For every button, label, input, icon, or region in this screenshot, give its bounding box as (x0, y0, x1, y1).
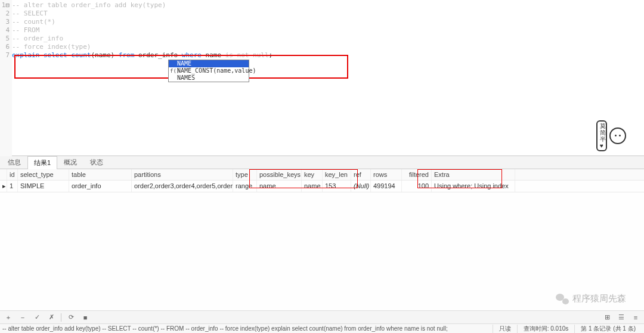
line-num: 6 (0, 43, 12, 51)
line-num: 1⊟ (0, 1, 12, 10)
code-line: -- SELECT (12, 10, 644, 18)
line-num: 3 (0, 18, 12, 26)
col-key[interactable]: key (302, 169, 323, 180)
results-header-row: id select_type table partitions type pos… (0, 169, 644, 180)
code-line: -- FROM (12, 26, 644, 35)
tab-info[interactable]: 信息 (1, 155, 27, 169)
delete-row-button[interactable]: − (18, 313, 27, 322)
status-record-count: 第 1 条记录 (共 1 条) (574, 325, 642, 333)
autocomplete-item[interactable]: NAMES (169, 74, 249, 82)
line-num: 4 (0, 26, 12, 35)
tab-profile[interactable]: 概况 (57, 155, 83, 169)
refresh-button[interactable]: ⟳ (66, 313, 76, 322)
code-area[interactable]: -- alter table order_info add key(type) … (12, 0, 644, 60)
watermark-wechat: 程序猿周先森 (556, 293, 626, 304)
col-type[interactable]: type (233, 169, 257, 180)
cell-table: order_info (69, 180, 132, 192)
text-view-button[interactable]: ≡ (631, 313, 640, 322)
cell-id: 1 (7, 180, 18, 192)
watermark-avatar: 莫简半♥ (596, 120, 626, 151)
wechat-icon (556, 294, 569, 304)
autocomplete-popup[interactable]: NAME f()NAME_CONST(name,value) NAMES (168, 60, 249, 82)
row-marker-icon: ▸ (0, 180, 7, 192)
autocomplete-item[interactable]: NAME (169, 60, 249, 67)
code-line-active: explain select count(name) from order_in… (12, 51, 644, 60)
sql-editor[interactable]: 1⊟ 2 3 4 5 6 7 -- alter table order_info… (0, 0, 644, 156)
cell-key-len: 153 (323, 180, 351, 192)
col-marker (0, 169, 7, 180)
status-sql-text: -- alter table order_info add key(type) … (2, 325, 493, 332)
status-query-time: 查询时间: 0.010s (517, 325, 575, 333)
col-rows[interactable]: rows (371, 169, 402, 180)
line-num: 2 (0, 10, 12, 18)
col-ref[interactable]: ref (351, 169, 371, 180)
tab-result1[interactable]: 结果1 (27, 156, 57, 169)
cell-extra: Using where; Using index (432, 180, 515, 192)
speech-bubble: 莫简半♥ (596, 120, 607, 151)
col-filtered[interactable]: filtered (402, 169, 432, 180)
form-view-button[interactable]: ☰ (617, 313, 626, 322)
tab-status[interactable]: 状态 (83, 155, 110, 169)
stop-button[interactable]: ■ (80, 313, 90, 322)
table-row[interactable]: ▸ 1 SIMPLE order_info order2,order3,orde… (0, 180, 644, 192)
function-icon: f() (170, 67, 176, 74)
col-key-len[interactable]: key_len (323, 169, 351, 180)
cell-partitions: order2,order3,order4,order5,order6 (132, 180, 233, 192)
add-row-button[interactable]: + (4, 313, 13, 322)
watermark-text: 程序猿周先森 (572, 293, 626, 304)
grid-view-button[interactable]: ⊞ (602, 313, 612, 322)
code-line: -- count(*) (12, 18, 644, 26)
commit-button[interactable]: ✓ (32, 313, 42, 322)
cell-select-type: SIMPLE (18, 180, 69, 192)
line-num: 7 (0, 51, 12, 60)
col-possible-keys[interactable]: possible_keys (257, 169, 302, 180)
result-tabs: 信息 结果1 概况 状态 (0, 156, 644, 169)
cell-rows: 499194 (371, 180, 402, 192)
status-bar: -- alter table order_info add key(type) … (0, 323, 644, 333)
status-mode: 只读 (493, 325, 517, 333)
line-gutter: 1⊟ 2 3 4 5 6 7 (0, 0, 12, 156)
line-num: 5 (0, 35, 12, 43)
col-partitions[interactable]: partitions (132, 169, 233, 180)
col-extra[interactable]: Extra (432, 169, 515, 180)
cell-type: range (233, 180, 257, 192)
bottom-toolbar: + − ✓ ✗ ⟳ ■ ⊞ ☰ ≡ (0, 310, 644, 323)
cell-key: name (302, 180, 323, 192)
col-id[interactable]: id (7, 169, 18, 180)
code-line: -- order_info (12, 35, 644, 43)
cancel-button[interactable]: ✗ (47, 313, 56, 322)
col-select-type[interactable]: select_type (18, 169, 69, 180)
autocomplete-item[interactable]: f()NAME_CONST(name,value) (169, 67, 249, 74)
cell-ref: (Null) (351, 180, 371, 192)
col-table[interactable]: table (69, 169, 132, 180)
separator (61, 313, 61, 322)
results-grid[interactable]: id select_type table partitions type pos… (0, 169, 644, 192)
cell-possible-keys: name (257, 180, 302, 192)
code-line: -- alter table order_info add key(type) (12, 1, 644, 10)
code-line: -- force index(type) (12, 43, 644, 51)
face-icon (609, 127, 626, 144)
cell-filtered: 100 (402, 180, 432, 192)
